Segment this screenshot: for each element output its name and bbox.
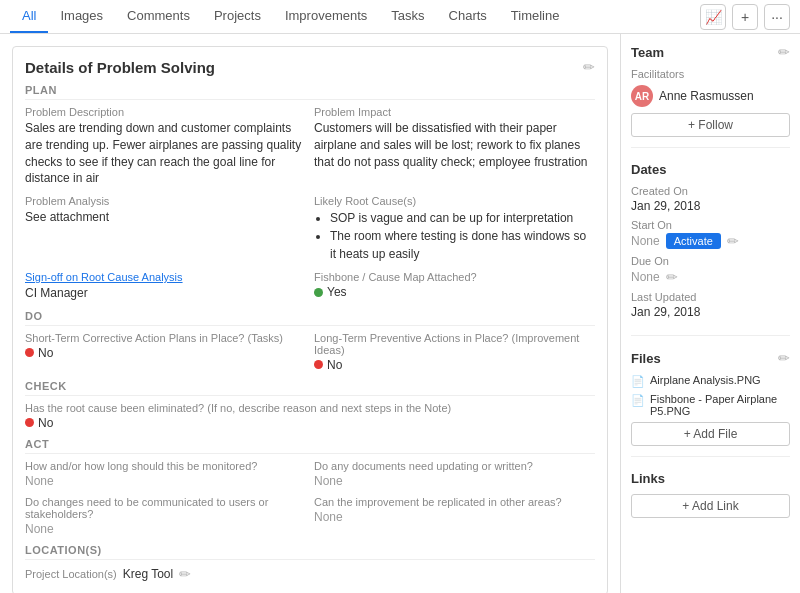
root-cause-eliminated-label: Has the root cause been eliminated? (If … [25, 402, 595, 414]
activate-button[interactable]: Activate [666, 233, 721, 249]
documents-field: Do any documents need updating or writte… [314, 460, 595, 488]
fishbone-value: Yes [327, 285, 347, 299]
sign-off-value: CI Manager [25, 285, 306, 302]
root-cause-eliminated-dot [25, 418, 34, 427]
chart-icon-btn[interactable]: 📈 [700, 4, 726, 30]
follow-button[interactable]: + Follow [631, 113, 790, 137]
edit-icon[interactable]: ✏ [583, 59, 595, 75]
problem-impact-field: Problem Impact Customers will be dissati… [314, 106, 595, 187]
team-section-header: Team ✏ [631, 44, 790, 60]
root-cause-eliminated-value: No [38, 416, 53, 430]
problem-description-label: Problem Description [25, 106, 306, 118]
do-row: Short-Term Corrective Action Plans in Pl… [25, 332, 595, 372]
add-file-button[interactable]: + Add File [631, 422, 790, 446]
monitored-value: None [25, 474, 306, 488]
tab-timeline[interactable]: Timeline [499, 0, 572, 33]
root-cause-label: Likely Root Cause(s) [314, 195, 595, 207]
replicated-value: None [314, 510, 595, 524]
short-term-field: Short-Term Corrective Action Plans in Pl… [25, 332, 306, 372]
act-section-label: Act [25, 438, 595, 454]
root-cause-list: SOP is vague and can be up for interpret… [314, 209, 595, 263]
top-nav: All Images Comments Projects Improvement… [0, 0, 800, 34]
act-top-row: How and/or how long should this be monit… [25, 460, 595, 488]
sign-off-field: Sign-off on Root Cause Analysis CI Manag… [25, 271, 306, 302]
due-on-label: Due On [631, 255, 790, 267]
tab-all[interactable]: All [10, 0, 48, 33]
communicated-label: Do changes need to be communicated to us… [25, 496, 306, 520]
replicated-field: Can the improvement be replicated in oth… [314, 496, 595, 536]
problem-analysis-field: Problem Analysis See attachment [25, 195, 306, 263]
links-section: Links + Add Link [631, 471, 790, 528]
act-bottom-row: Do changes need to be communicated to us… [25, 496, 595, 536]
plan-bottom-row: Sign-off on Root Cause Analysis CI Manag… [25, 271, 595, 302]
problem-impact-value: Customers will be dissatisfied with thei… [314, 120, 595, 170]
tab-improvements[interactable]: Improvements [273, 0, 379, 33]
created-on-value: Jan 29, 2018 [631, 199, 790, 213]
fishbone-dot [314, 288, 323, 297]
card-header: Details of Problem Solving ✏ [25, 59, 595, 76]
files-section-header: Files ✏ [631, 350, 790, 366]
long-term-label: Long-Term Preventive Actions in Place? (… [314, 332, 595, 356]
links-section-header: Links [631, 471, 790, 486]
problem-analysis-label: Problem Analysis [25, 195, 306, 207]
dates-section-title: Dates [631, 162, 666, 177]
problem-analysis-value: See attachment [25, 209, 306, 226]
plan-section-label: Plan [25, 84, 595, 100]
dates-section: Dates Created On Jan 29, 2018 Start On N… [631, 162, 790, 336]
tab-images[interactable]: Images [48, 0, 115, 33]
sign-off-label[interactable]: Sign-off on Root Cause Analysis [25, 271, 306, 283]
tab-charts[interactable]: Charts [437, 0, 499, 33]
last-updated-value: Jan 29, 2018 [631, 305, 790, 319]
project-location-value: Kreg Tool [123, 567, 173, 581]
card-title: Details of Problem Solving [25, 59, 215, 76]
details-card: Details of Problem Solving ✏ Plan Proble… [12, 46, 608, 593]
tab-projects[interactable]: Projects [202, 0, 273, 33]
long-term-dot [314, 360, 323, 369]
short-term-label: Short-Term Corrective Action Plans in Pl… [25, 332, 306, 344]
main-layout: Details of Problem Solving ✏ Plan Proble… [0, 34, 800, 593]
file-item-1[interactable]: 📄 Airplane Analysis.PNG [631, 374, 790, 388]
right-panel: Team ✏ Facilitators AR Anne Rasmussen + … [620, 34, 800, 593]
add-link-button[interactable]: + Add Link [631, 494, 790, 518]
files-section-title: Files [631, 351, 661, 366]
files-edit-icon[interactable]: ✏ [778, 350, 790, 366]
file-icon-2: 📄 [631, 394, 645, 407]
documents-value: None [314, 474, 595, 488]
more-icon-btn[interactable]: ··· [764, 4, 790, 30]
avatar: AR [631, 85, 653, 107]
start-on-label: Start On [631, 219, 790, 231]
do-section-label: Do [25, 310, 595, 326]
location-row: Project Location(s) Kreg Tool ✏ [25, 566, 595, 582]
tab-comments[interactable]: Comments [115, 0, 202, 33]
due-on-edit-icon[interactable]: ✏ [666, 269, 678, 285]
facilitator-label: Facilitators [631, 68, 790, 80]
team-edit-icon[interactable]: ✏ [778, 44, 790, 60]
plan-middle-row: Problem Analysis See attachment Likely R… [25, 195, 595, 263]
facilitator-name: Anne Rasmussen [659, 89, 754, 103]
tab-tasks[interactable]: Tasks [379, 0, 436, 33]
left-panel: Details of Problem Solving ✏ Plan Proble… [0, 34, 620, 593]
communicated-field: Do changes need to be communicated to us… [25, 496, 306, 536]
location-section-label: Location(s) [25, 544, 595, 560]
root-cause-item-1: SOP is vague and can be up for interpret… [330, 209, 595, 227]
start-on-value: None [631, 234, 660, 248]
nav-icons: 📈 + ··· [700, 4, 790, 30]
facilitator-row: AR Anne Rasmussen [631, 85, 790, 107]
team-section-title: Team [631, 45, 664, 60]
created-on-label: Created On [631, 185, 790, 197]
add-icon-btn[interactable]: + [732, 4, 758, 30]
file-name-1: Airplane Analysis.PNG [650, 374, 761, 386]
long-term-value: No [327, 358, 342, 372]
short-term-dot [25, 348, 34, 357]
file-name-2: Fishbone - Paper Airplane P5.PNG [650, 393, 790, 417]
due-on-value: None [631, 270, 660, 284]
root-cause-field: Likely Root Cause(s) SOP is vague and ca… [314, 195, 595, 263]
start-on-edit-icon[interactable]: ✏ [727, 233, 739, 249]
replicated-label: Can the improvement be replicated in oth… [314, 496, 595, 508]
monitored-label: How and/or how long should this be monit… [25, 460, 306, 472]
file-item-2[interactable]: 📄 Fishbone - Paper Airplane P5.PNG [631, 393, 790, 417]
root-cause-eliminated-field: Has the root cause been eliminated? (If … [25, 402, 595, 430]
location-edit-icon[interactable]: ✏ [179, 566, 191, 582]
fishbone-field: Fishbone / Cause Map Attached? Yes [314, 271, 595, 302]
short-term-status: No [25, 346, 306, 360]
